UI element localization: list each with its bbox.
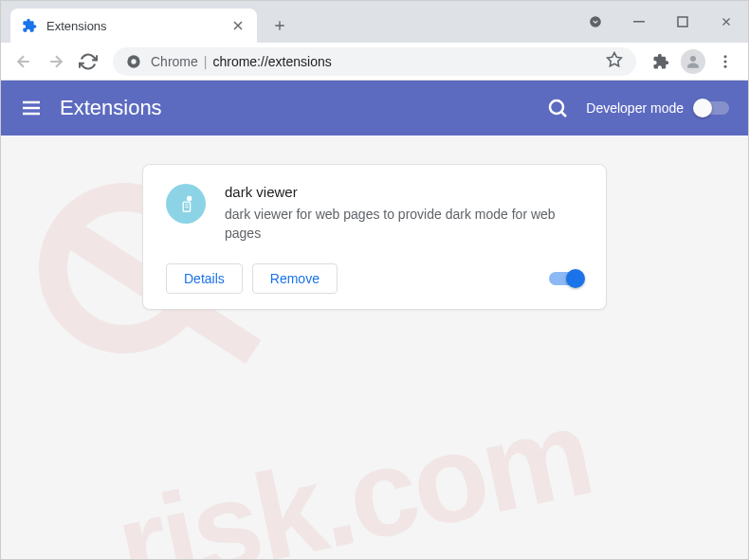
reload-button[interactable] bbox=[75, 48, 101, 75]
svg-point-13 bbox=[550, 100, 563, 114]
close-tab-button[interactable] bbox=[230, 18, 246, 33]
bookmark-star-icon[interactable] bbox=[606, 51, 623, 72]
extension-description: dark viewer for web pages to provide dar… bbox=[225, 206, 583, 243]
avatar-icon bbox=[681, 49, 705, 74]
back-button[interactable] bbox=[10, 48, 37, 75]
svg-rect-2 bbox=[678, 17, 687, 27]
svg-line-14 bbox=[562, 113, 567, 117]
extensions-icon[interactable] bbox=[648, 48, 674, 75]
puzzle-icon bbox=[22, 18, 37, 33]
remove-button[interactable]: Remove bbox=[252, 263, 338, 294]
menu-button[interactable] bbox=[712, 48, 739, 75]
browser-tab[interactable]: Extensions bbox=[10, 9, 257, 43]
browser-toolbar: Chrome | chrome://extensions bbox=[1, 43, 748, 81]
chrome-icon bbox=[126, 54, 141, 69]
extension-icon bbox=[166, 184, 206, 224]
search-icon[interactable] bbox=[546, 97, 569, 119]
svg-point-9 bbox=[724, 64, 727, 67]
toggle-knob bbox=[566, 269, 585, 288]
content-area: risk.com dark viewer dark viewer for web… bbox=[1, 135, 748, 560]
window-controls bbox=[581, 1, 748, 43]
maximize-button[interactable] bbox=[661, 7, 704, 37]
svg-point-8 bbox=[724, 60, 727, 63]
close-window-button[interactable] bbox=[704, 7, 748, 37]
profile-button[interactable] bbox=[680, 48, 706, 75]
extension-name: dark viewer bbox=[225, 184, 583, 200]
developer-mode-toggle[interactable] bbox=[695, 101, 729, 115]
toggle-knob bbox=[693, 99, 712, 117]
svg-point-6 bbox=[690, 56, 696, 62]
url-text: Chrome | chrome://extensions bbox=[151, 54, 332, 69]
minimize-button[interactable] bbox=[617, 7, 661, 37]
svg-point-4 bbox=[131, 59, 136, 63]
svg-point-15 bbox=[187, 196, 192, 202]
page-title: Extensions bbox=[60, 96, 546, 120]
new-tab-button[interactable] bbox=[266, 12, 293, 39]
svg-point-0 bbox=[590, 16, 601, 27]
forward-button[interactable] bbox=[43, 48, 69, 75]
developer-mode-label: Developer mode bbox=[586, 100, 684, 116]
extensions-header: Extensions Developer mode bbox=[1, 81, 748, 135]
tab-title: Extensions bbox=[46, 19, 230, 33]
svg-point-7 bbox=[724, 55, 727, 58]
svg-marker-5 bbox=[608, 52, 622, 65]
extension-card: dark viewer dark viewer for web pages to… bbox=[142, 164, 607, 310]
address-bar[interactable]: Chrome | chrome://extensions bbox=[113, 47, 636, 76]
hamburger-menu-icon[interactable] bbox=[20, 97, 43, 119]
caret-down-icon[interactable] bbox=[581, 8, 610, 36]
details-button[interactable]: Details bbox=[166, 263, 243, 294]
extension-enable-toggle[interactable] bbox=[549, 272, 583, 285]
svg-rect-1 bbox=[633, 21, 645, 23]
window-titlebar: Extensions bbox=[1, 1, 748, 43]
